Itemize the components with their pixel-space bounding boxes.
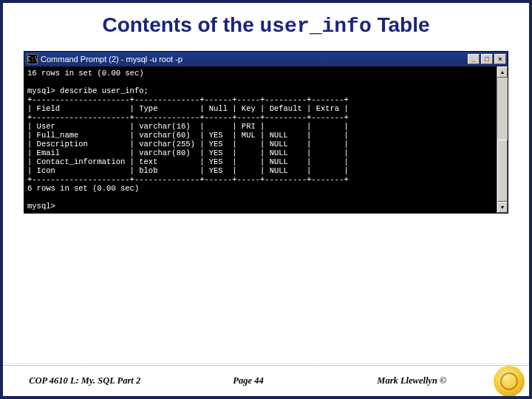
footer-center: Page 44: [166, 375, 330, 386]
maximize-button[interactable]: □: [481, 54, 493, 64]
slide-title: Contents of the user_info Table: [3, 3, 529, 45]
scroll-up-button[interactable]: ▲: [497, 66, 508, 78]
close-button[interactable]: ×: [494, 54, 506, 64]
window-controls: _ □ ×: [468, 54, 506, 64]
title-prefix: Contents of the: [102, 13, 259, 36]
terminal-titlebar: C:\ Command Prompt (2) - mysql -u root -…: [24, 52, 508, 66]
terminal-window: C:\ Command Prompt (2) - mysql -u root -…: [24, 51, 508, 214]
scrollbar[interactable]: ▲ ▼: [497, 66, 508, 213]
slide-footer: COP 4610 L: My. SQL Part 2 Page 44 Mark …: [3, 365, 529, 396]
title-mono: user_info: [260, 15, 372, 38]
ucf-logo-icon: [494, 366, 525, 397]
footer-right: Mark Llewellyn ©: [330, 375, 494, 386]
cmd-icon: C:\: [27, 54, 38, 64]
scroll-down-button[interactable]: ▼: [497, 202, 508, 213]
terminal-body: 16 rows in set (0.00 sec) mysql> describ…: [24, 66, 497, 213]
scroll-thumb[interactable]: [497, 140, 508, 202]
scroll-track[interactable]: [497, 78, 508, 202]
minimize-button[interactable]: _: [468, 54, 480, 64]
terminal-title-text: Command Prompt (2) - mysql -u root -p: [41, 55, 468, 64]
footer-left: COP 4610 L: My. SQL Part 2: [3, 375, 166, 386]
title-suffix: Table: [372, 13, 430, 36]
